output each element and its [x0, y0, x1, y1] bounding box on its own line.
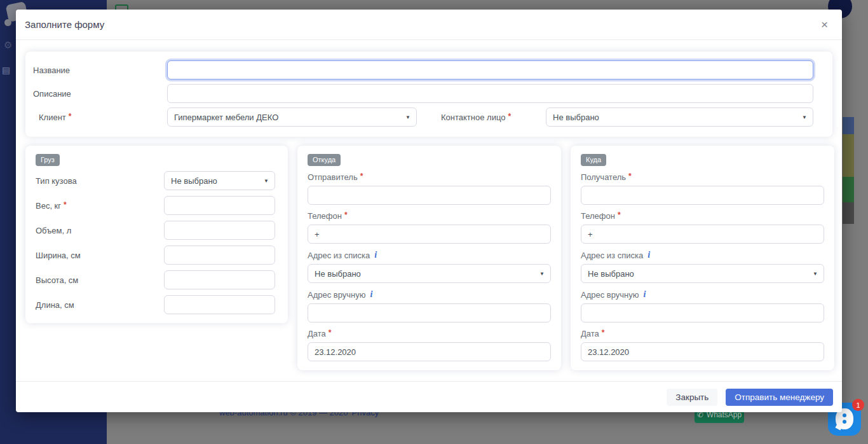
panels-row: Груз Тип кузоваНе выбрано▼Вес, кг*Объем,…: [25, 146, 832, 370]
volume-input[interactable]: [164, 221, 275, 240]
required-asterisk: *: [602, 328, 605, 337]
from-date-field: Дата*: [308, 329, 551, 361]
field-label: Высота, см: [36, 275, 164, 285]
recipient-input[interactable]: [581, 186, 824, 205]
body-type-select[interactable]: Не выбрано▼: [164, 171, 275, 190]
modal-footer: Закрыть Отправить менеджеру: [16, 381, 842, 412]
from-date-input[interactable]: [308, 342, 551, 361]
name-row: Название: [33, 60, 813, 80]
field-label: Название: [33, 66, 167, 75]
cargo-field-row: Длина, см: [36, 295, 278, 314]
required-asterisk: *: [64, 200, 67, 209]
chevron-down-icon: ▼: [802, 114, 807, 120]
client-select[interactable]: Гипермаркет мебели ДЕКО ▼: [167, 108, 417, 127]
to-address-list-field: Адрес из спискаi Не выбрано ▼: [581, 250, 824, 283]
field-label: Тип кузова: [36, 176, 164, 186]
to-date-input[interactable]: [581, 342, 824, 361]
to-phone-input[interactable]: [581, 225, 824, 244]
from-address-manual-field: Адрес вручнуюi: [308, 289, 551, 323]
to-panel: Куда Получатель* Телефон* Адрес из списк…: [571, 146, 834, 370]
description-input[interactable]: [167, 84, 813, 103]
field-label: Описание: [33, 89, 167, 99]
info-icon[interactable]: i: [370, 289, 373, 300]
sender-input[interactable]: [308, 186, 551, 205]
field-label: Получатель*: [581, 172, 824, 182]
cargo-panel: Груз Тип кузоваНе выбрано▼Вес, кг*Объем,…: [25, 146, 288, 323]
info-icon[interactable]: i: [648, 250, 650, 260]
general-section: Название Описание Клиент* Гипермаркет ме…: [25, 52, 832, 137]
info-icon[interactable]: i: [644, 289, 646, 300]
field-label: Клиент*: [33, 113, 167, 122]
from-phone-field: Телефон*: [308, 211, 551, 244]
required-asterisk: *: [628, 172, 632, 181]
field-label: Длина, см: [36, 300, 164, 310]
from-phone-input[interactable]: [308, 225, 551, 244]
height-input[interactable]: [164, 270, 275, 289]
required-asterisk: *: [329, 328, 332, 337]
chevron-down-icon: ▼: [813, 271, 818, 277]
field-label: Отправитель*: [308, 172, 551, 182]
field-label: Дата*: [581, 329, 824, 338]
required-asterisk: *: [344, 211, 348, 219]
to-address-manual-field: Адрес вручнуюi: [581, 289, 824, 323]
modal-body: Название Описание Клиент* Гипермаркет ме…: [16, 40, 842, 381]
from-badge: Откуда: [308, 154, 341, 166]
field-label: Объем, л: [36, 226, 164, 235]
field-label: Адрес вручнуюi: [581, 289, 824, 300]
to-address-manual-input[interactable]: [581, 303, 824, 323]
sender-field: Отправитель*: [308, 172, 551, 205]
field-label: Телефон*: [581, 211, 824, 221]
cargo-field-row: Высота, см: [36, 270, 278, 289]
chevron-down-icon: ▼: [405, 114, 410, 120]
cargo-rows: Тип кузоваНе выбрано▼Вес, кг*Объем, лШир…: [36, 171, 278, 314]
modal-header: Заполните форму ×: [16, 10, 842, 40]
to-address-list-select[interactable]: Не выбрано ▼: [581, 264, 824, 283]
length-input[interactable]: [164, 295, 275, 314]
from-address-list-field: Адрес из спискаi Не выбрано ▼: [308, 250, 551, 283]
to-date-field: Дата*: [581, 329, 824, 361]
cargo-badge: Груз: [36, 154, 60, 166]
field-label: Контактное лицо*: [417, 113, 546, 122]
client-row: Клиент* Гипермаркет мебели ДЕКО ▼ Контак…: [33, 108, 813, 127]
recipient-field: Получатель*: [581, 172, 824, 205]
field-label: Дата*: [308, 329, 551, 338]
to-badge: Куда: [581, 154, 606, 166]
from-address-manual-input[interactable]: [308, 303, 551, 323]
to-phone-field: Телефон*: [581, 211, 824, 244]
required-asterisk: *: [69, 112, 72, 121]
from-panel: Откуда Отправитель* Телефон* Адрес из сп…: [297, 146, 561, 370]
field-label: Ширина, см: [36, 251, 164, 260]
cargo-field-row: Ширина, см: [36, 246, 278, 265]
chevron-down-icon: ▼: [539, 271, 545, 277]
name-input[interactable]: [167, 60, 813, 80]
field-label: Адрес вручнуюi: [308, 289, 551, 300]
send-to-manager-button[interactable]: Отправить менеджеру: [726, 389, 833, 406]
weight-input[interactable]: [164, 196, 275, 215]
close-button[interactable]: Закрыть: [667, 389, 717, 406]
description-row: Описание: [33, 84, 813, 103]
required-asterisk: *: [360, 172, 363, 181]
field-label: Адрес из спискаi: [581, 250, 824, 260]
contact-person-select[interactable]: Не выбрано ▼: [546, 108, 813, 127]
unread-badge: 1: [852, 399, 864, 411]
required-asterisk: *: [508, 112, 511, 121]
modal-title: Заполните форму: [25, 19, 104, 30]
cargo-field-row: Вес, кг*: [36, 196, 278, 215]
required-asterisk: *: [618, 211, 621, 219]
cargo-field-row: Объем, л: [36, 221, 278, 240]
cargo-field-row: Тип кузоваНе выбрано▼: [36, 171, 278, 190]
width-input[interactable]: [164, 246, 275, 265]
close-icon[interactable]: ×: [821, 18, 828, 31]
field-label: Телефон*: [308, 211, 551, 221]
info-icon[interactable]: i: [374, 250, 377, 260]
field-label: Вес, кг*: [36, 201, 164, 211]
from-address-list-select[interactable]: Не выбрано ▼: [308, 264, 551, 283]
fill-form-modal: Заполните форму × Название Описание Клие…: [16, 10, 842, 412]
chevron-down-icon: ▼: [264, 178, 269, 184]
field-label: Адрес из спискаi: [308, 250, 551, 260]
